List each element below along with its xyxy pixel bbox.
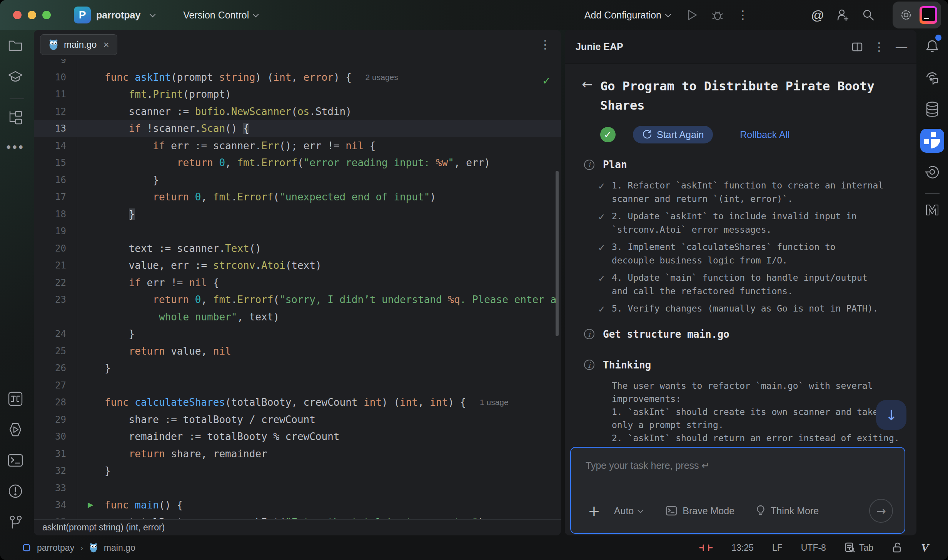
- code-line[interactable]: 32}: [34, 462, 561, 480]
- code-line[interactable]: 34▶func main() {: [34, 497, 561, 514]
- brave-mode-toggle[interactable]: Brave Mode: [666, 505, 734, 517]
- code-line[interactable]: whole number", text): [34, 308, 561, 326]
- lock-icon[interactable]: [883, 542, 912, 553]
- hide-panel-icon[interactable]: —: [896, 40, 907, 53]
- code-line[interactable]: 30 remainder := totalBooty % crewCount: [34, 428, 561, 445]
- code-text: whole number", text): [77, 308, 561, 326]
- thinking-text: The user wants to refactor `main.go` wit…: [579, 379, 908, 445]
- junie-options-icon[interactable]: ⋮: [873, 44, 885, 50]
- sidebar-item-project[interactable]: [3, 33, 28, 58]
- tab-main-go[interactable]: main.go ×: [40, 34, 117, 55]
- search-everywhere-icon[interactable]: [857, 4, 880, 26]
- split-view-icon[interactable]: [852, 42, 863, 52]
- code-with-me-icon[interactable]: [832, 4, 854, 26]
- code-line[interactable]: 29 share := totalBooty / crewCount: [34, 411, 561, 428]
- restart-icon: [642, 130, 652, 140]
- run-configuration-selector[interactable]: Add Configuration: [584, 10, 669, 21]
- code-line[interactable]: 15 return 0, fmt.Errorf("error reading i…: [34, 154, 561, 172]
- scroll-to-bottom-button[interactable]: ↓: [876, 400, 906, 430]
- code-line[interactable]: 22 if err != nil {: [34, 274, 561, 292]
- ai-assistant-icon[interactable]: @: [806, 4, 829, 26]
- close-tab-icon[interactable]: ×: [103, 39, 109, 51]
- code-line[interactable]: 12 scanner := bufio.NewScanner(os.Stdin): [34, 103, 561, 120]
- vim-plugin-icon[interactable]: V: [912, 541, 938, 554]
- profiler-icon[interactable]: [920, 160, 945, 184]
- sidebar-item-learn[interactable]: [3, 65, 28, 90]
- caret-position[interactable]: 13:25: [722, 543, 763, 553]
- minimize-window-button[interactable]: [28, 11, 36, 19]
- sidebar-item-terminal[interactable]: [3, 448, 28, 473]
- code-text: text := scanner.Text(): [77, 240, 561, 257]
- plan-check-icon: ✓: [598, 180, 605, 193]
- get-structure-header: i Get structure main.go: [579, 328, 908, 340]
- task-input-box[interactable]: Type your task here, press ↵ + Auto Brav…: [570, 447, 905, 534]
- code-line[interactable]: 21 value, err := strconv.Atoi(text): [34, 257, 561, 274]
- editor-scrollbar[interactable]: [556, 171, 559, 336]
- zoom-window-button[interactable]: [42, 11, 51, 19]
- send-button[interactable]: →: [869, 499, 893, 523]
- plan-item: ✓1. Refactor `askInt` function to create…: [579, 179, 908, 205]
- code-line[interactable]: 10func askInt(prompt string) (int, error…: [34, 69, 561, 86]
- rail-divider: [10, 98, 24, 99]
- debug-button[interactable]: [706, 4, 729, 26]
- code-line[interactable]: 33: [34, 480, 561, 497]
- breadcrumb-file[interactable]: main.go: [104, 543, 135, 553]
- start-again-button[interactable]: Start Again: [633, 126, 713, 143]
- doc-hint-bar: askInt(prompt string) (int, error): [34, 519, 561, 535]
- editor-options-icon[interactable]: ⋮: [539, 42, 551, 47]
- sidebar-item-teamcity[interactable]: [3, 387, 28, 411]
- mode-selector[interactable]: Auto: [614, 505, 642, 517]
- code-line[interactable]: 24 }: [34, 325, 561, 343]
- code-line[interactable]: 9: [34, 59, 561, 69]
- think-more-toggle[interactable]: Think More: [756, 505, 819, 517]
- run-gutter-icon[interactable]: ▶: [88, 499, 93, 510]
- sidebar-item-structure[interactable]: [3, 105, 28, 130]
- code-line[interactable]: 16 }: [34, 172, 561, 189]
- code-line[interactable]: 20 text := scanner.Text(): [34, 240, 561, 257]
- version-control-menu[interactable]: Version Control: [183, 10, 257, 21]
- attach-icon[interactable]: +: [588, 502, 600, 519]
- code-line[interactable]: 35 totalBooty, err := askInt("Enter the …: [34, 514, 561, 520]
- line-number: 28: [34, 397, 77, 408]
- code-line[interactable]: 14 if err := scanner.Err(); err != nil {: [34, 137, 561, 155]
- code-text: if err := scanner.Err(); err != nil {: [77, 137, 561, 155]
- more-actions-icon[interactable]: ⋮: [732, 4, 754, 26]
- file-encoding[interactable]: UTF-8: [792, 543, 835, 553]
- back-button[interactable]: ←: [579, 77, 600, 115]
- code-line[interactable]: 25 return value, nil: [34, 343, 561, 360]
- code-text: if !scanner.Scan() {: [77, 120, 561, 137]
- code-line[interactable]: 17 return 0, fmt.Errorf("unexpected end …: [34, 188, 561, 206]
- ide-logo[interactable]: [920, 6, 937, 24]
- code-line[interactable]: 28func calculateShares(totalBooty, crewC…: [34, 394, 561, 411]
- code-line[interactable]: 26}: [34, 360, 561, 377]
- sidebar-item-version-control[interactable]: [3, 510, 28, 535]
- sidebar-item-services[interactable]: [3, 417, 28, 442]
- code-line[interactable]: 27: [34, 377, 561, 394]
- sidebar-item-more[interactable]: •••: [3, 135, 28, 159]
- highlight-level-icon[interactable]: [690, 543, 722, 552]
- info-icon: i: [584, 329, 594, 339]
- breadcrumb-project[interactable]: parrotpay: [37, 543, 74, 553]
- markdown-icon[interactable]: [920, 198, 945, 222]
- ai-chat-icon[interactable]: [920, 66, 945, 91]
- line-separator[interactable]: LF: [763, 543, 792, 553]
- indent-style[interactable]: Tab: [835, 542, 883, 553]
- settings-button[interactable]: [896, 4, 916, 26]
- junie-icon[interactable]: [920, 128, 945, 153]
- line-number: 29: [34, 414, 77, 425]
- code-line[interactable]: 13 if !scanner.Scan() {: [34, 120, 561, 137]
- code-line[interactable]: 18 }: [34, 206, 561, 223]
- rollback-all-link[interactable]: Rollback All: [740, 129, 789, 140]
- code-editor[interactable]: 910func askInt(prompt string) (int, erro…: [34, 59, 561, 519]
- sidebar-item-problems[interactable]: [3, 479, 28, 503]
- inspection-status-icon[interactable]: ✓: [543, 73, 550, 88]
- database-icon[interactable]: [920, 97, 945, 122]
- code-line[interactable]: 19: [34, 223, 561, 240]
- code-line[interactable]: 11 fmt.Print(prompt): [34, 86, 561, 103]
- code-line[interactable]: 23 return 0, fmt.Errorf("sorry, I didn’t…: [34, 291, 561, 308]
- notifications-icon[interactable]: [920, 34, 945, 58]
- close-window-button[interactable]: [13, 11, 22, 19]
- code-line[interactable]: 31 return share, remainder: [34, 445, 561, 463]
- run-button[interactable]: [681, 4, 703, 26]
- project-selector[interactable]: P parrotpay: [74, 7, 154, 23]
